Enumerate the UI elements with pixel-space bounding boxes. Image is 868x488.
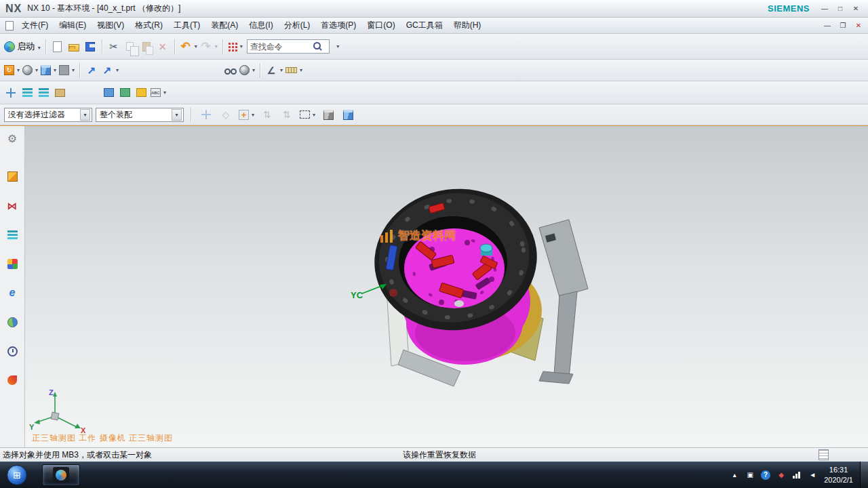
angle-icon: [265, 64, 277, 77]
visual-effects-button[interactable]: [238, 62, 256, 79]
wcs-triad: Z Y X: [29, 388, 92, 434]
help-tray-icon[interactable]: [761, 470, 770, 480]
add-component-button[interactable]: [100, 84, 117, 102]
menu-assembly[interactable]: 装配(A): [205, 18, 243, 33]
highlight-add-button[interactable]: [237, 106, 256, 123]
roles-button[interactable]: [3, 371, 22, 389]
process-studio-button[interactable]: [3, 342, 22, 360]
status-bar: 选择对象并使用 MB3，或者双击某一对象 该操作重置恢复数据: [0, 447, 868, 462]
orient-view-icon: [4, 65, 14, 75]
hidden-icons-chevron[interactable]: [730, 470, 739, 480]
menu-gc-toolbox[interactable]: GC工具箱: [401, 18, 448, 33]
menu-information[interactable]: 信息(I): [243, 18, 278, 33]
search-icon[interactable]: [311, 41, 323, 53]
menu-tools[interactable]: 工具(T): [168, 18, 205, 33]
pattern-component-button[interactable]: [133, 84, 149, 102]
menu-window[interactable]: 窗口(O): [361, 18, 400, 33]
move-component-button[interactable]: [3, 84, 19, 102]
rectangle-select-button[interactable]: [298, 106, 317, 123]
copy-button[interactable]: [122, 38, 138, 56]
open-folder-icon: [68, 44, 79, 52]
navigator-settings-button[interactable]: [3, 130, 22, 148]
ruler-icon: [285, 67, 297, 73]
view-cube-button[interactable]: [39, 62, 58, 79]
assembly-constraints-button[interactable]: [19, 84, 35, 102]
close-button[interactable]: ✕: [849, 3, 863, 14]
gray-cube-icon: [323, 110, 334, 120]
open-button[interactable]: [66, 38, 82, 56]
window-title: NX 10 - 基本环境 - [40_x_t.prt （修改的）]: [27, 3, 180, 14]
new-component-button[interactable]: [117, 84, 133, 102]
child-restore-button[interactable]: ❐: [836, 20, 850, 30]
status-prompt: 选择对象并使用 MB3，或者双击某一对象: [3, 449, 152, 461]
start-label: 启动: [17, 41, 35, 53]
selection-filter-select[interactable]: 没有选择过滤器 ▾: [4, 108, 92, 122]
paste-button[interactable]: [138, 38, 155, 56]
immediate-hide-button[interactable]: [100, 62, 120, 79]
shortcut-grid-button[interactable]: [226, 38, 244, 56]
select-all-button[interactable]: [198, 106, 214, 123]
true-shading-button[interactable]: [222, 62, 238, 79]
show-desktop-button[interactable]: [860, 462, 868, 488]
wave-geometry-button[interactable]: [149, 84, 167, 102]
new-file-button[interactable]: [50, 38, 66, 56]
menu-view[interactable]: 视图(V): [92, 18, 130, 33]
start-menu-button[interactable]: 启动: [3, 38, 42, 56]
assembly-navigator-button[interactable]: [3, 167, 22, 185]
status-note-icon[interactable]: [818, 449, 829, 460]
cycle-down-button[interactable]: [279, 106, 295, 123]
minimize-button[interactable]: —: [818, 3, 831, 14]
alert-tray-icon[interactable]: [776, 470, 786, 480]
child-close-button[interactable]: ✕: [852, 20, 865, 30]
menu-edit[interactable]: 编辑(E): [54, 18, 92, 33]
maximize-button[interactable]: □: [833, 3, 847, 14]
save-button[interactable]: [82, 38, 98, 56]
redo-button[interactable]: [199, 38, 219, 56]
child-minimize-button[interactable]: —: [821, 20, 834, 30]
menu-format[interactable]: 格式(R): [130, 18, 168, 33]
menu-analysis[interactable]: 分析(L): [279, 18, 316, 33]
reuse-library-button[interactable]: [3, 255, 22, 272]
volume-icon[interactable]: [808, 470, 817, 480]
history-button[interactable]: [3, 313, 22, 331]
cycle-up-button[interactable]: [259, 106, 275, 123]
3d-model[interactable]: [25, 126, 868, 447]
rendering-style-button[interactable]: [21, 62, 39, 79]
constraint-navigator-button[interactable]: [3, 197, 22, 214]
snap-angle-button[interactable]: [264, 62, 284, 79]
highlight-selection-button[interactable]: [340, 106, 356, 123]
start-button[interactable]: [7, 465, 27, 485]
background-button[interactable]: [58, 62, 76, 79]
general-selection-button[interactable]: [320, 106, 336, 123]
cube-icon: [41, 65, 51, 75]
taskbar-nx-app-button[interactable]: [42, 464, 80, 486]
marquee-icon: [300, 110, 310, 119]
graphics-viewport[interactable]: 智造资料网 YC Z Y X 正三轴测图 工作 摄像机 正三轴测图: [25, 126, 868, 447]
selection-scope-select[interactable]: 整个装配 ▾: [96, 108, 184, 122]
menu-preferences[interactable]: 首选项(P): [315, 18, 361, 33]
exploded-views-button[interactable]: [35, 84, 52, 102]
sequence-button[interactable]: [52, 84, 68, 102]
windows-taskbar: 16:31 2020/2/1: [0, 462, 868, 488]
command-finder-input[interactable]: [248, 41, 311, 52]
menu-help[interactable]: 帮助(H): [448, 18, 487, 33]
web-browser-button[interactable]: [3, 284, 22, 302]
dot-grid-icon: [228, 42, 237, 52]
tray-app-icon[interactable]: [745, 470, 755, 480]
show-hide-button[interactable]: [83, 62, 100, 79]
view-caption: 正三轴测图 工作 摄像机 正三轴测图: [32, 432, 173, 444]
orient-view-button[interactable]: [3, 62, 21, 79]
cut-button[interactable]: [106, 38, 122, 56]
network-icon[interactable]: [793, 471, 801, 479]
history-icon: [7, 317, 18, 327]
nx-start-icon: [4, 41, 15, 52]
taskbar-clock[interactable]: 16:31 2020/2/1: [824, 465, 853, 485]
delete-button[interactable]: [155, 38, 171, 56]
measure-button[interactable]: [284, 62, 304, 79]
nx-app-icon: [53, 467, 69, 483]
command-finder-options-button[interactable]: [330, 38, 346, 56]
undo-button[interactable]: [178, 38, 199, 56]
menu-file[interactable]: 文件(F): [16, 18, 54, 33]
part-navigator-button[interactable]: [3, 226, 22, 243]
snap-point-button[interactable]: [218, 106, 234, 123]
